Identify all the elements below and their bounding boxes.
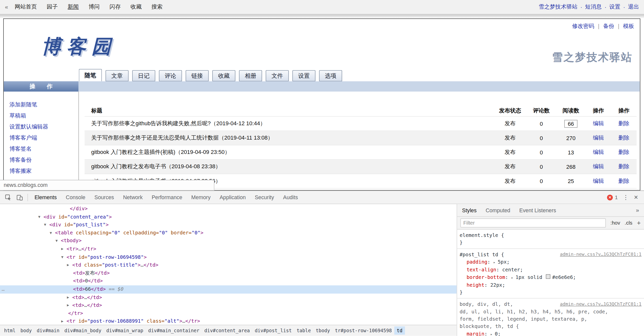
breadcrumb-item[interactable]: tr#post-row-10694598 — [333, 326, 394, 335]
breadcrumb-item[interactable]: div#main_body — [62, 326, 104, 335]
twisty-collapsed-icon[interactable]: ▶ — [67, 261, 69, 269]
delete-link[interactable]: 删除 — [618, 120, 629, 126]
topbar-link[interactable]: 收藏 — [131, 3, 142, 11]
devtools-tab-application[interactable]: Application — [215, 191, 250, 204]
topbar-link[interactable]: 博问 — [89, 3, 100, 11]
devtools-tab-audits[interactable]: Audits — [278, 191, 302, 204]
topbar-user-link[interactable]: 设置 — [609, 3, 620, 11]
breadcrumb-item[interactable]: div#post_list — [252, 326, 294, 335]
tab-随笔[interactable]: 随笔 — [79, 69, 102, 81]
devtools-tab-network[interactable]: Network — [118, 191, 147, 204]
color-swatch[interactable] — [546, 274, 551, 279]
element-classes-button[interactable]: .cls — [625, 220, 632, 226]
breadcrumb-item[interactable]: table — [294, 326, 313, 335]
styles-filter-input[interactable] — [460, 219, 606, 228]
sidebar-item[interactable]: 博客客户端 — [10, 132, 48, 143]
styles-tab-event-listeners[interactable]: Event Listeners — [519, 207, 556, 213]
twisty-collapsed-icon[interactable]: ▶ — [67, 293, 69, 302]
devtools-tab-performance[interactable]: Performance — [147, 191, 187, 204]
sidebar-item[interactable]: 草稿箱 — [10, 110, 48, 121]
device-toolbar-icon[interactable] — [14, 192, 26, 202]
delete-link[interactable]: 删除 — [618, 178, 629, 184]
dom-tree-node[interactable]: </div> — [0, 205, 457, 213]
styles-tab-computed[interactable]: Computed — [486, 207, 510, 213]
dom-tree-node[interactable]: ▶<td>…</td> — [0, 302, 457, 310]
kebab-menu-icon[interactable]: ⋮ — [623, 194, 629, 201]
css-property[interactable]: border-bottom: ▸ 1px solid #e6e6e6; — [460, 273, 641, 281]
styles-tab-styles[interactable]: Styles — [462, 207, 477, 213]
close-devtools-icon[interactable]: ✕ — [634, 194, 638, 200]
dom-tree-node[interactable]: ▼<div id="content_area"> — [0, 213, 457, 221]
topbar-link[interactable]: 闪存 — [110, 3, 121, 11]
devtools-tab-memory[interactable]: Memory — [187, 191, 215, 204]
topbar-user-link[interactable]: 退出 — [628, 3, 639, 11]
devtools-tab-console[interactable]: Console — [61, 191, 90, 204]
twisty-expanded-icon[interactable]: ▼ — [38, 213, 41, 221]
shorthand-expand-icon[interactable]: ▸ — [493, 260, 498, 264]
devtools-tab-sources[interactable]: Sources — [90, 191, 118, 204]
dom-tree-node[interactable]: ▶<tr>…</tr> — [0, 245, 457, 253]
twisty-collapsed-icon[interactable]: ▶ — [61, 245, 63, 253]
edit-link[interactable]: 编辑 — [593, 163, 604, 170]
shorthand-expand-icon[interactable]: ▸ — [490, 332, 495, 336]
tab-设置[interactable]: 设置 — [292, 70, 315, 81]
breadcrumb-item[interactable]: td — [394, 326, 405, 335]
edit-link[interactable]: 编辑 — [593, 135, 604, 141]
breadcrumb-item[interactable]: body — [18, 326, 34, 335]
dom-tree-node[interactable]: ▶<td>…</td> — [0, 293, 457, 302]
inspect-element-icon[interactable] — [3, 192, 14, 202]
sidebar-item[interactable]: 博客签名 — [10, 143, 48, 154]
collapse-chevron-icon[interactable]: « — [5, 4, 8, 10]
twisty-expanded-icon[interactable]: ▼ — [50, 229, 52, 237]
blog-title[interactable]: 雪之梦技术驿站 — [552, 50, 632, 64]
breadcrumb-item[interactable]: html — [2, 326, 18, 335]
devtools-tab-security[interactable]: Security — [250, 191, 279, 204]
dom-tree-node[interactable]: <td>0</td> — [0, 277, 457, 285]
breadcrumb-item[interactable]: div#main — [34, 326, 62, 335]
dom-tree-node[interactable]: <td>发布</td> — [0, 269, 457, 277]
dom-tree-node[interactable]: </tr> — [0, 310, 457, 318]
css-property[interactable]: padding: ▸ 5px; — [460, 258, 641, 266]
dom-tree-node[interactable]: ▶<tr id="post-row-10688991" class="alt">… — [0, 318, 457, 325]
breadcrumb-item[interactable]: div#main_wrap — [104, 326, 146, 335]
twisty-expanded-icon[interactable]: ▼ — [55, 237, 58, 245]
tab-文章[interactable]: 文章 — [106, 70, 129, 81]
tab-文件[interactable]: 文件 — [266, 70, 289, 81]
breadcrumb-item[interactable]: tbody — [313, 326, 333, 335]
delete-link[interactable]: 删除 — [618, 135, 629, 141]
css-property[interactable]: text-align: center; — [460, 266, 641, 273]
twisty-expanded-icon[interactable]: ▼ — [61, 253, 63, 261]
edit-link[interactable]: 编辑 — [593, 178, 604, 184]
edit-link[interactable]: 编辑 — [593, 120, 604, 126]
twisty-collapsed-icon[interactable]: ▶ — [67, 302, 69, 310]
rule-selector[interactable]: #post_list td { — [460, 252, 504, 258]
topbar-user-link[interactable]: 短消息 — [585, 3, 602, 11]
edit-link[interactable]: 编辑 — [593, 149, 604, 155]
breadcrumb-item[interactable]: div#content_area — [202, 326, 252, 335]
stylesheet-link[interactable]: admin-new.css?v…1G3QChTzFC01:1 — [560, 251, 641, 258]
delete-link[interactable]: 删除 — [618, 149, 629, 155]
tab-评论[interactable]: 评论 — [159, 70, 182, 81]
topbar-user-link[interactable]: 雪之梦技术驿站 — [539, 3, 577, 11]
dom-tree-node[interactable]: ▼<table cellspacing="0" cellpadding="0" … — [0, 229, 457, 237]
topbar-link[interactable]: 网站首页 — [15, 3, 37, 11]
dom-tree-node[interactable]: ▼<tbody> — [0, 237, 457, 245]
twisty-collapsed-icon[interactable]: ▶ — [61, 318, 63, 325]
topbar-link[interactable]: 新闻 — [68, 3, 79, 11]
more-tabs-icon[interactable]: » — [636, 207, 639, 214]
new-style-rule-icon[interactable]: + — [637, 219, 641, 227]
topbar-link[interactable]: 园子 — [47, 3, 58, 11]
sidebar-item[interactable]: 设置默认编辑器 — [10, 121, 48, 132]
cnblogs-logo[interactable]: 博客园 — [42, 34, 117, 60]
toggle-element-state-button[interactable]: :hov — [611, 220, 620, 226]
tab-链接[interactable]: 链接 — [186, 70, 209, 81]
topbar-link[interactable]: 搜索 — [151, 3, 163, 11]
stylesheet-link[interactable]: admin-new.css?v…1G3QChTzFC01:1 — [560, 301, 641, 308]
shorthand-expand-icon[interactable]: ▸ — [511, 276, 516, 280]
css-property[interactable]: height: 22px; — [460, 281, 641, 288]
dom-tree-node[interactable]: ▼<tr id="post-row-10694598"> — [0, 253, 457, 261]
page-top-link[interactable]: 修改密码 — [572, 23, 594, 29]
tab-选项[interactable]: 选项 — [319, 70, 342, 81]
page-top-link[interactable]: 备份 — [603, 23, 614, 29]
breadcrumb-item[interactable]: div#main_container — [146, 326, 202, 335]
